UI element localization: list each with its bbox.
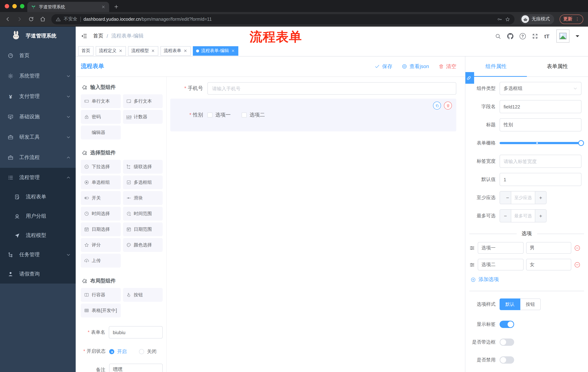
phone-input[interactable] bbox=[207, 82, 456, 95]
browser-menu-kebab-icon[interactable] bbox=[575, 17, 580, 21]
new-tab-button[interactable] bbox=[114, 4, 119, 10]
sidebar-item-devtools[interactable]: 研发工具 bbox=[0, 127, 76, 148]
address-bar[interactable]: 不安全 dashboard.yudao.iocoder.cn/bpm/manag… bbox=[51, 14, 514, 24]
view-json-button[interactable]: 查看json bbox=[402, 63, 429, 70]
remove-option-button[interactable] bbox=[574, 261, 581, 268]
stepper-decrease-button[interactable]: − bbox=[500, 191, 511, 204]
palette-item-cascade[interactable]: 级联选择 bbox=[123, 160, 163, 174]
palette-item-time-picker[interactable]: 时间选择 bbox=[81, 207, 121, 221]
not-secure-warning-icon[interactable] bbox=[56, 17, 61, 22]
close-tag-icon[interactable] bbox=[119, 49, 123, 53]
palette-item-date-range[interactable]: 日期范围 bbox=[123, 223, 163, 236]
save-button[interactable]: 保存 bbox=[375, 63, 392, 70]
min-select-input[interactable] bbox=[511, 191, 535, 204]
gender-option-1[interactable]: 选项一 bbox=[207, 112, 231, 118]
sidebar-item-task-management[interactable]: 任务管理 bbox=[0, 245, 76, 264]
palette-item-upload[interactable]: 上传 bbox=[81, 254, 121, 267]
back-button[interactable] bbox=[5, 16, 11, 22]
sidebar-item-system[interactable]: 系统管理 bbox=[0, 66, 76, 86]
remove-option-button[interactable] bbox=[574, 244, 581, 251]
zoom-window-button[interactable] bbox=[20, 4, 24, 8]
canvas-field-phone[interactable]: 手机号 bbox=[167, 82, 456, 95]
drag-handle-icon[interactable] bbox=[469, 245, 475, 251]
form-name-input[interactable] bbox=[109, 326, 163, 339]
remark-textarea[interactable]: 嘿嘿 bbox=[109, 364, 163, 372]
border-toggle[interactable] bbox=[500, 339, 514, 346]
browser-tab[interactable]: 芋道管理系统 bbox=[27, 2, 109, 12]
link-handle-button[interactable] bbox=[465, 72, 474, 84]
component-type-select[interactable]: 多选框组 bbox=[500, 82, 581, 95]
title-input[interactable] bbox=[500, 118, 581, 131]
default-value-input[interactable] bbox=[500, 173, 581, 186]
palette-item-radio-group[interactable]: 单选框组 bbox=[81, 175, 121, 189]
form-grid-slider[interactable] bbox=[500, 137, 581, 149]
palette-item-rate[interactable]: 评分 bbox=[81, 238, 121, 252]
palette-item-counter[interactable]: 123计数器 bbox=[123, 110, 163, 124]
palette-item-table[interactable]: 表格[开发中] bbox=[81, 304, 121, 317]
palette-item-multi-line-text[interactable]: 多行文本 bbox=[123, 94, 163, 108]
update-browser-button[interactable]: 更新 bbox=[560, 14, 583, 24]
close-tag-icon[interactable] bbox=[151, 49, 155, 53]
show-label-toggle[interactable] bbox=[500, 321, 514, 328]
sidebar-item-process-form[interactable]: 流程表单 bbox=[0, 187, 76, 206]
slider-handle[interactable] bbox=[578, 140, 584, 146]
option-1-value-input[interactable] bbox=[526, 242, 571, 254]
sidebar-item-home[interactable]: 首页 bbox=[0, 45, 76, 66]
clear-button[interactable]: 清空 bbox=[439, 63, 456, 70]
close-window-button[interactable] bbox=[5, 4, 9, 8]
tag-process-form[interactable]: 流程表单 bbox=[160, 46, 191, 55]
field-name-input[interactable] bbox=[500, 100, 581, 113]
reload-button[interactable] bbox=[28, 16, 34, 22]
option-2-label-input[interactable] bbox=[478, 259, 524, 270]
palette-item-time-range[interactable]: 时间范围 bbox=[123, 207, 163, 221]
status-radio-off[interactable]: 关闭 bbox=[139, 348, 157, 355]
palette-item-slider[interactable]: 滑块 bbox=[123, 191, 163, 205]
close-tab-icon[interactable] bbox=[101, 5, 105, 9]
sidebar-item-process-model[interactable]: 流程模型 bbox=[0, 226, 76, 245]
palette-item-date-picker[interactable]: 日期选择 bbox=[81, 223, 121, 236]
sidebar-item-process-management[interactable]: 流程管理 bbox=[0, 168, 76, 187]
palette-item-password[interactable]: 密码 bbox=[81, 110, 121, 124]
duplicate-widget-button[interactable] bbox=[433, 102, 441, 110]
sidebar-fold-button[interactable] bbox=[81, 33, 87, 39]
max-select-input[interactable] bbox=[511, 210, 535, 222]
fullscreen-expand-icon[interactable] bbox=[532, 33, 538, 39]
palette-item-checkbox-group[interactable]: 多选框组 bbox=[123, 175, 163, 189]
sidebar-item-user-group[interactable]: 用户分组 bbox=[0, 206, 76, 226]
help-question-icon[interactable]: ? bbox=[520, 33, 526, 39]
add-option-button[interactable]: 添加选项 bbox=[471, 276, 588, 283]
github-icon[interactable] bbox=[507, 33, 514, 39]
sidebar-item-workflow[interactable]: 工作流程 bbox=[0, 148, 76, 168]
tag-home[interactable]: 首页 bbox=[78, 46, 94, 55]
breadcrumb-home[interactable]: 首页 bbox=[93, 33, 103, 39]
tab-component-props[interactable]: 组件属性 bbox=[465, 56, 527, 76]
bookmark-star-icon[interactable] bbox=[505, 17, 510, 22]
gender-option-2[interactable]: 选项二 bbox=[242, 112, 265, 118]
delete-widget-button[interactable] bbox=[444, 102, 452, 110]
stepper-increase-button[interactable]: + bbox=[535, 191, 546, 204]
tag-process-model[interactable]: 流程模型 bbox=[128, 46, 158, 55]
canvas-field-gender-selected[interactable]: 性别 选项一 选项二 bbox=[170, 99, 456, 131]
palette-item-switch[interactable]: 开关 bbox=[81, 191, 121, 205]
tag-process-form-edit-active[interactable]: 流程表单-编辑 bbox=[193, 46, 238, 55]
palette-item-single-line-text[interactable]: 单行文本 bbox=[81, 94, 121, 108]
checkbox-icon[interactable] bbox=[242, 112, 247, 117]
style-default-button[interactable]: 默认 bbox=[500, 298, 520, 310]
password-key-icon[interactable] bbox=[497, 17, 502, 22]
sidebar-item-leave-query[interactable]: 请假查询 bbox=[0, 264, 76, 284]
checkbox-icon[interactable] bbox=[207, 112, 212, 117]
style-button-button[interactable]: 按钮 bbox=[520, 298, 541, 310]
palette-item-editor[interactable]: 编辑器 bbox=[81, 126, 121, 139]
palette-item-dropdown[interactable]: 下拉选择 bbox=[81, 160, 121, 174]
disabled-toggle[interactable] bbox=[500, 356, 514, 364]
drag-handle-icon[interactable] bbox=[469, 262, 475, 268]
sidebar-item-infrastructure[interactable]: 基础设施 bbox=[0, 107, 76, 127]
palette-item-row-container[interactable]: 行容器 bbox=[81, 288, 121, 302]
forward-button[interactable] bbox=[16, 16, 22, 22]
option-1-label-input[interactable] bbox=[478, 242, 524, 254]
avatar-dropdown-caret-icon[interactable] bbox=[576, 35, 579, 39]
sidebar-item-payment[interactable]: ¥ 支付管理 bbox=[0, 86, 76, 107]
stepper-decrease-button[interactable]: − bbox=[500, 210, 511, 222]
status-radio-on[interactable]: 开启 bbox=[109, 348, 127, 355]
palette-item-color-picker[interactable]: 颜色选择 bbox=[123, 238, 163, 252]
